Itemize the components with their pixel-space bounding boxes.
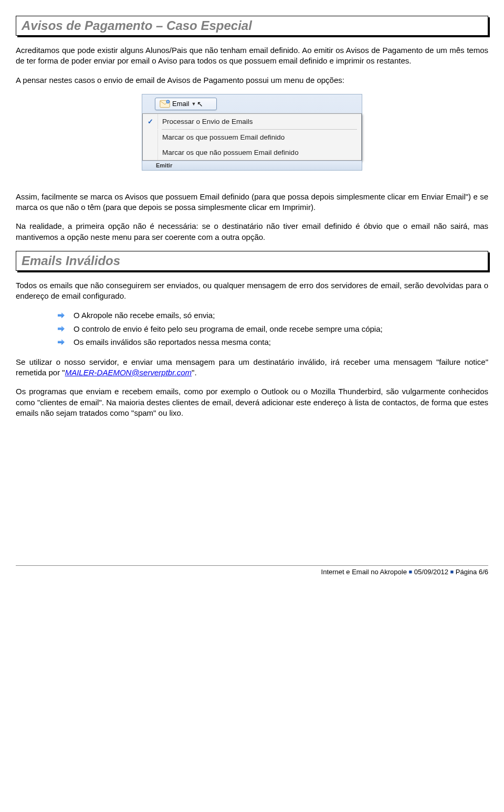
heading-1-text: Avisos de Pagamento – Caso Especial	[22, 18, 482, 33]
paragraph: Na realidade, a primeira opção não é nec…	[16, 221, 488, 242]
envelope-icon	[160, 100, 170, 108]
section-heading-2: Emails Inválidos	[16, 251, 488, 271]
list-item: O Akropole não recebe emails, só envia;	[16, 310, 488, 322]
paragraph: Acreditamos que pode existir alguns Alun…	[16, 45, 488, 67]
text-span: ".	[192, 368, 197, 377]
check-icon: ✓	[148, 118, 153, 125]
bullet-list: O Akropole não recebe emails, só envia; …	[16, 310, 488, 349]
heading-2-text: Emails Inválidos	[22, 254, 482, 268]
square-separator-icon: ■	[450, 568, 454, 575]
chevron-down-icon: ▼	[192, 101, 196, 107]
menu-item-label: Marcar os que não possuem Email definido	[162, 145, 361, 160]
menu-item-label: Processar o Envio de Emails	[162, 114, 361, 129]
page-footer: Internet e Email no Akropole ■ 05/09/201…	[16, 565, 488, 576]
list-item: O controlo de envio é feito pelo seu pro…	[16, 323, 488, 335]
square-separator-icon: ■	[409, 568, 413, 575]
email-button-label: Email	[172, 100, 190, 108]
paragraph: Se utilizar o nosso servidor, e enviar u…	[16, 357, 488, 378]
menu-item-marcar-possuem[interactable]: Marcar os que possuem Email definido	[143, 130, 361, 145]
paragraph: Assim, facilmente se marca os Avisos que…	[16, 192, 488, 213]
paragraph: Os programas que enviam e recebem emails…	[16, 386, 488, 418]
menu-item-processar[interactable]: ✓ Processar o Envio de Emails	[143, 114, 361, 129]
paragraph: A pensar nestes casos o envio de email d…	[16, 75, 488, 86]
menu-item-label: Marcar os que possuem Email definido	[162, 130, 361, 145]
dropdown-menu: ✓ Processar o Envio de Emails Marcar os …	[142, 113, 362, 161]
toolbar-emitir-label: Emitir	[142, 161, 362, 170]
mailer-daemon-link[interactable]: MAILER-DAEMON@serverptbr.com	[65, 368, 192, 377]
section-heading-1: Avisos de Pagamento – Caso Especial	[16, 16, 488, 36]
list-item: Os emails inválidos são reportados nessa…	[16, 336, 488, 349]
menu-item-marcar-nao-possuem[interactable]: Marcar os que não possuem Email definido	[143, 145, 361, 160]
menu-screenshot: Email ▼ ↖ ✓ Processar o Envio de Emails …	[142, 94, 362, 171]
footer-date: 05/09/2012	[414, 568, 448, 576]
paragraph: Todos os emails que não conseguirem ser …	[16, 280, 488, 302]
email-dropdown-button[interactable]: Email ▼ ↖	[155, 98, 217, 110]
cursor-icon: ↖	[197, 100, 203, 108]
footer-doc-title: Internet e Email no Akropole	[321, 568, 407, 576]
footer-page: Página 6/6	[456, 568, 488, 576]
